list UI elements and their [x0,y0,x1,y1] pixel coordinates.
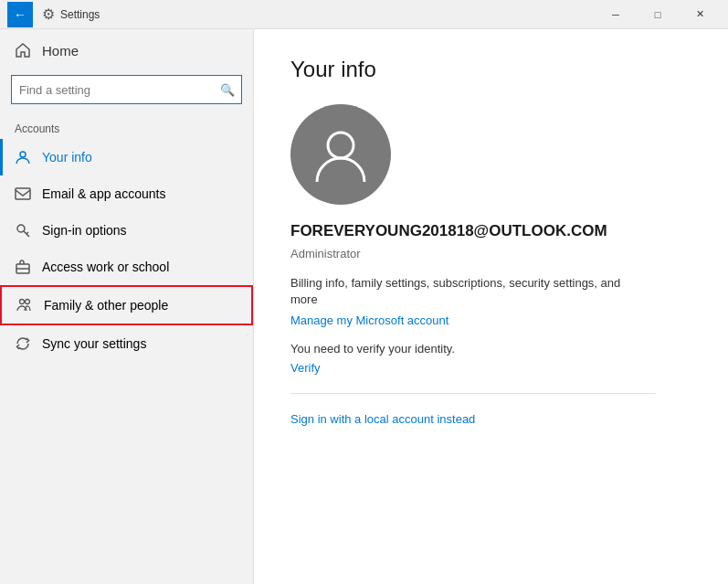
user-email: FOREVERYOUNG201818@OUTLOOK.COM [290,221,638,241]
page-title: Your info [290,57,691,82]
sidebar-label-email: Email & app accounts [42,186,165,201]
minimize-button[interactable]: ─ [595,0,637,29]
sidebar-label-sync: Sync your settings [42,336,146,351]
search-icon: 🔍 [220,83,235,97]
sidebar-item-your-info[interactable]: Your info [0,139,253,175]
sidebar-label-family: Family & other people [44,298,168,313]
back-arrow-icon: ← [14,7,26,22]
svg-point-6 [26,300,30,304]
home-icon [15,42,31,58]
manage-account-link[interactable]: Manage my Microsoft account [290,313,691,327]
maximize-button[interactable]: □ [637,0,679,29]
sidebar-item-sync[interactable]: Sync your settings [0,325,253,362]
home-label: Home [42,43,79,58]
briefcase-icon [15,259,31,275]
content-area: Your info FOREVERYOUNG201818@OUTLOOK.COM… [254,29,728,584]
sidebar-item-signin[interactable]: Sign-in options [0,212,253,249]
window-controls: ─ □ ✕ [595,0,721,29]
svg-point-2 [17,225,25,232]
settings-icon: ⚙ [40,6,57,23]
email-icon [15,186,31,202]
back-button[interactable]: ← [7,2,33,27]
accounts-section-label: Accounts [0,115,253,139]
family-icon [16,297,33,313]
search-input[interactable] [11,75,242,104]
user-role: Administrator [290,247,691,260]
sidebar-item-home[interactable]: Home [0,29,253,71]
search-container: 🔍 [11,75,242,104]
main-layout: Home 🔍 Accounts Your info [0,29,728,584]
sidebar-item-family[interactable]: Family & other people [0,285,253,325]
sidebar-label-access-work: Access work or school [42,260,169,274]
sidebar-item-email-accounts[interactable]: Email & app accounts [0,175,253,212]
key-icon [15,222,31,239]
person-icon [15,149,31,165]
svg-rect-1 [16,188,30,199]
avatar-person-icon [313,125,368,185]
svg-point-5 [20,300,25,304]
svg-point-0 [20,152,26,157]
billing-info-text: Billing info, family settings, subscript… [290,275,638,308]
verify-link[interactable]: Verify [290,361,691,375]
sidebar-label-signin: Sign-in options [42,223,127,238]
close-button[interactable]: ✕ [679,0,721,29]
titlebar: ← ⚙ Settings ─ □ ✕ [0,0,728,29]
sidebar: Home 🔍 Accounts Your info [0,29,254,584]
local-account-link[interactable]: Sign in with a local account instead [290,412,691,426]
avatar [290,104,391,205]
sidebar-label-your-info: Your info [42,150,92,165]
verify-identity-text: You need to verify your identity. [290,342,691,356]
divider [290,393,656,394]
sidebar-item-access-work[interactable]: Access work or school [0,249,253,285]
titlebar-title: Settings [60,8,595,21]
sync-icon [15,335,31,352]
svg-point-7 [328,133,353,158]
